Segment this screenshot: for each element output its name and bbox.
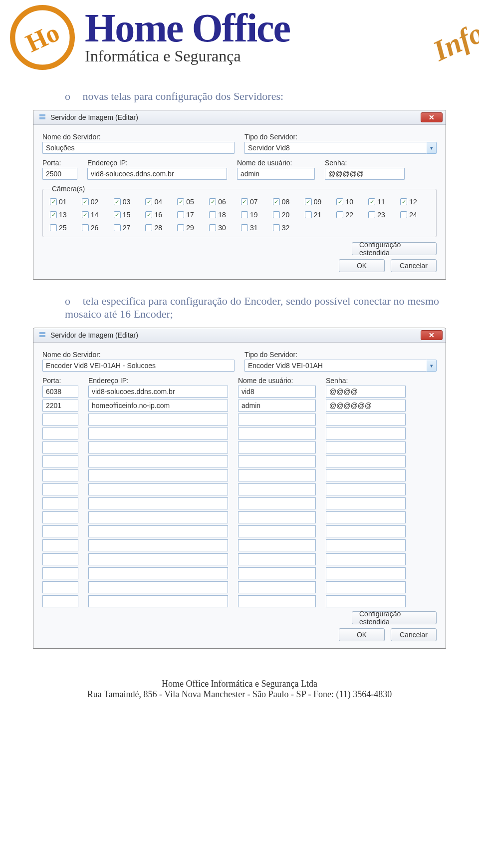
encoder-senha-input[interactable] [326,525,406,537]
encoder-senha-input[interactable] [326,511,406,523]
encoder-ip-input[interactable] [88,581,228,593]
camera-checkbox-32[interactable]: 32 [273,224,302,232]
checkbox-icon[interactable] [305,211,312,218]
encoder-user-input[interactable] [238,386,316,398]
encoder-user-input[interactable] [238,469,316,481]
encoder-user-input[interactable] [238,414,316,426]
encoder-senha-input[interactable] [326,595,406,607]
encoder-ip-input[interactable] [88,525,228,537]
encoder-senha-input[interactable] [326,497,406,509]
checkbox-icon[interactable]: ✓ [241,198,248,205]
checkbox-icon[interactable] [209,224,216,231]
checkbox-icon[interactable]: ✓ [145,198,152,205]
encoder-user-input[interactable] [238,497,316,509]
encoder-porta-input[interactable] [42,400,78,412]
encoder-ip-input[interactable] [88,414,228,426]
ok-button[interactable]: OK [339,259,385,272]
camera-checkbox-26[interactable]: 26 [82,224,111,232]
encoder-porta-input[interactable] [42,469,78,481]
encoder-senha-input[interactable] [326,441,406,453]
encoder-porta-input[interactable] [42,441,78,453]
cancel-button[interactable]: Cancelar [391,259,437,272]
encoder-ip-input[interactable] [88,539,228,551]
server-name-input[interactable] [42,360,235,372]
encoder-user-input[interactable] [238,455,316,467]
checkbox-icon[interactable] [273,211,280,218]
encoder-porta-input[interactable] [42,553,78,565]
encoder-senha-input[interactable] [326,428,406,439]
camera-checkbox-21[interactable]: 21 [305,211,334,219]
checkbox-icon[interactable]: ✓ [50,198,57,205]
checkbox-icon[interactable] [400,211,407,218]
camera-checkbox-19[interactable]: 19 [241,211,270,219]
camera-checkbox-18[interactable]: 18 [209,211,238,219]
encoder-ip-input[interactable] [88,483,228,495]
checkbox-icon[interactable]: ✓ [305,198,312,205]
checkbox-icon[interactable] [177,211,184,218]
checkbox-icon[interactable]: ✓ [145,211,152,218]
checkbox-icon[interactable]: ✓ [177,198,184,205]
camera-checkbox-02[interactable]: ✓02 [82,198,111,206]
checkbox-icon[interactable] [336,211,343,218]
camera-checkbox-31[interactable]: 31 [241,224,270,232]
chevron-down-icon[interactable]: ▾ [427,142,437,154]
encoder-porta-input[interactable] [42,595,78,607]
encoder-ip-input[interactable] [88,469,228,481]
camera-checkbox-14[interactable]: ✓14 [82,211,111,219]
camera-checkbox-17[interactable]: 17 [177,211,206,219]
checkbox-icon[interactable] [273,224,280,231]
checkbox-icon[interactable]: ✓ [209,198,216,205]
encoder-user-input[interactable] [238,539,316,551]
checkbox-icon[interactable]: ✓ [400,198,407,205]
encoder-senha-input[interactable] [326,581,406,593]
checkbox-icon[interactable]: ✓ [50,211,57,218]
camera-checkbox-04[interactable]: ✓04 [145,198,174,206]
encoder-senha-input[interactable] [326,400,406,412]
encoder-senha-input[interactable] [326,469,406,481]
encoder-user-input[interactable] [238,595,316,607]
encoder-ip-input[interactable] [88,428,228,439]
camera-checkbox-28[interactable]: 28 [145,224,174,232]
encoder-user-input[interactable] [238,581,316,593]
encoder-porta-input[interactable] [42,497,78,509]
encoder-user-input[interactable] [238,525,316,537]
encoder-user-input[interactable] [238,511,316,523]
checkbox-icon[interactable]: ✓ [114,198,121,205]
encoder-ip-input[interactable] [88,553,228,565]
checkbox-icon[interactable] [241,224,248,231]
camera-checkbox-11[interactable]: ✓11 [368,198,397,206]
camera-checkbox-16[interactable]: ✓16 [145,211,174,219]
encoder-porta-input[interactable] [42,511,78,523]
checkbox-icon[interactable] [209,211,216,218]
encoder-user-input[interactable] [238,428,316,439]
camera-checkbox-12[interactable]: ✓12 [400,198,429,206]
checkbox-icon[interactable]: ✓ [114,211,121,218]
encoder-ip-input[interactable] [88,497,228,509]
encoder-senha-input[interactable] [326,567,406,579]
encoder-porta-input[interactable] [42,386,78,398]
camera-checkbox-20[interactable]: 20 [273,211,302,219]
checkbox-icon[interactable] [368,211,375,218]
checkbox-icon[interactable]: ✓ [273,198,280,205]
port-input[interactable] [42,168,77,180]
camera-checkbox-25[interactable]: 25 [50,224,79,232]
camera-checkbox-24[interactable]: 24 [400,211,429,219]
encoder-user-input[interactable] [238,567,316,579]
camera-checkbox-29[interactable]: 29 [177,224,206,232]
checkbox-icon[interactable]: ✓ [368,198,375,205]
encoder-porta-input[interactable] [42,539,78,551]
checkbox-icon[interactable] [82,224,89,231]
checkbox-icon[interactable]: ✓ [336,198,343,205]
checkbox-icon[interactable] [114,224,121,231]
extended-config-button[interactable]: Configuração estendida [352,242,437,255]
camera-checkbox-07[interactable]: ✓07 [241,198,270,206]
encoder-porta-input[interactable] [42,428,78,439]
encoder-ip-input[interactable] [88,511,228,523]
encoder-ip-input[interactable] [88,567,228,579]
encoder-ip-input[interactable] [88,455,228,467]
encoder-porta-input[interactable] [42,455,78,467]
extended-config-button[interactable]: Configuração estendida [352,611,437,624]
dialog-titlebar[interactable]: Servidor de Imagem (Editar) ✕ [33,328,446,343]
encoder-user-input[interactable] [238,483,316,495]
camera-checkbox-03[interactable]: ✓03 [114,198,143,206]
